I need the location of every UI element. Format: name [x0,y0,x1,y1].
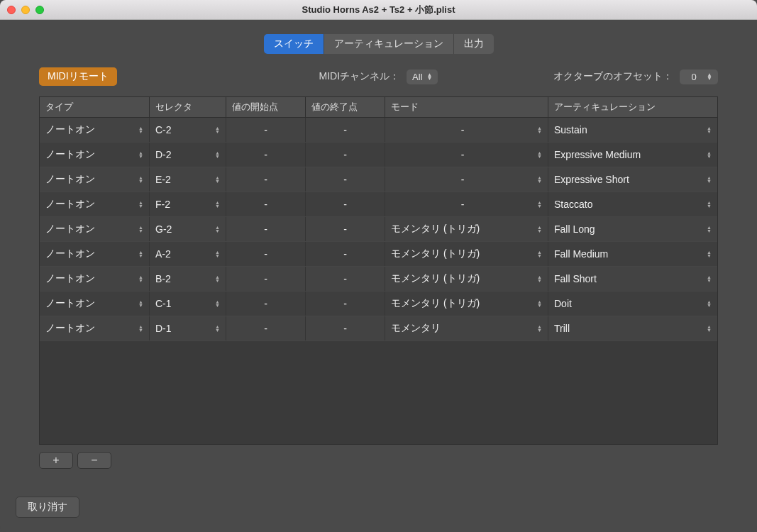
cell-articulation[interactable]: Doit▲▼ [548,292,717,316]
stepper-icon: ▲▼ [537,151,542,158]
cell-selector[interactable]: G-2▲▼ [150,217,226,241]
articulation-table: タイプ セレクタ 値の開始点 値の終了点 モード アーティキュレーション ノート… [39,96,718,445]
cell-start[interactable]: - [226,292,306,316]
table-row[interactable]: ノートオン▲▼D-1▲▼--モメンタリ▲▼Trill▲▼ [40,316,717,341]
col-selector[interactable]: セレクタ [150,97,226,117]
tab-bar: スイッチ アーティキュレーション 出力 [39,34,718,54]
cell-start[interactable]: - [226,192,306,216]
stepper-icon: ▲▼ [707,226,712,233]
cell-type[interactable]: ノートオン▲▼ [40,167,150,192]
cell-articulation[interactable]: Fall Medium▲▼ [548,242,717,266]
cell-start[interactable]: - [226,242,306,266]
cell-type[interactable]: ノートオン▲▼ [40,292,150,316]
cell-articulation[interactable]: Sustain▲▼ [548,118,717,142]
cell-end[interactable]: - [306,192,385,216]
table-row[interactable]: ノートオン▲▼D-2▲▼---▲▼Expressive Medium▲▼ [40,143,717,167]
tab-articulation[interactable]: アーティキュレーション [324,34,454,54]
stepper-icon: ▲▼ [215,151,220,158]
stepper-icon: ▲▼ [707,325,712,332]
table-row[interactable]: ノートオン▲▼C-1▲▼--モメンタリ (トリガ)▲▼Doit▲▼ [40,292,717,316]
cell-type[interactable]: ノートオン▲▼ [40,143,150,167]
add-row-button[interactable]: + [39,452,73,469]
stepper-icon: ▲▼ [707,176,712,183]
cell-mode[interactable]: モメンタリ (トリガ)▲▼ [385,217,548,241]
cell-start[interactable]: - [226,316,306,340]
cell-selector[interactable]: E-2▲▼ [150,167,226,192]
table-row[interactable]: ノートオン▲▼B-2▲▼--モメンタリ (トリガ)▲▼Fall Short▲▼ [40,267,717,292]
cell-type[interactable]: ノートオン▲▼ [40,118,150,142]
cell-mode[interactable]: -▲▼ [385,167,548,192]
cell-articulation[interactable]: Trill▲▼ [548,316,717,340]
table-row[interactable]: ノートオン▲▼F-2▲▼---▲▼Staccato▲▼ [40,192,717,217]
tab-switch[interactable]: スイッチ [264,34,324,54]
cell-mode[interactable]: モメンタリ▲▼ [385,316,548,340]
cell-start[interactable]: - [226,267,306,291]
stepper-icon: ▲▼ [215,226,220,233]
stepper-icon: ▲▼ [537,126,542,133]
col-type[interactable]: タイプ [40,97,150,117]
table-row[interactable]: ノートオン▲▼E-2▲▼---▲▼Expressive Short▲▼ [40,167,717,192]
stepper-icon: ▲▼ [138,176,143,183]
cell-start[interactable]: - [226,118,306,142]
cell-articulation[interactable]: Expressive Short▲▼ [548,167,717,192]
cell-mode[interactable]: -▲▼ [385,118,548,142]
cell-selector[interactable]: C-2▲▼ [150,118,226,142]
midi-channel-select[interactable]: All ▲▼ [407,70,438,84]
col-end[interactable]: 値の終了点 [306,97,385,117]
octave-offset-value: 0 [685,72,702,82]
cell-selector[interactable]: D-2▲▼ [150,143,226,167]
col-articulation[interactable]: アーティキュレーション [548,97,717,117]
cancel-button[interactable]: 取り消す [16,497,79,518]
cell-selector[interactable]: C-1▲▼ [150,292,226,316]
cell-articulation[interactable]: Fall Long▲▼ [548,217,717,241]
cell-type[interactable]: ノートオン▲▼ [40,316,150,340]
cell-end[interactable]: - [306,316,385,340]
window: Studio Horns As2 + Ts2 + 小節.plist スイッチ ア… [0,0,757,532]
octave-offset-select[interactable]: 0 ▲▼ [680,70,718,84]
table-row[interactable]: ノートオン▲▼G-2▲▼--モメンタリ (トリガ)▲▼Fall Long▲▼ [40,217,717,242]
cell-end[interactable]: - [306,217,385,241]
cell-articulation[interactable]: Staccato▲▼ [548,192,717,216]
cell-selector[interactable]: D-1▲▼ [150,316,226,340]
table-row[interactable]: ノートオン▲▼A-2▲▼--モメンタリ (トリガ)▲▼Fall Medium▲▼ [40,242,717,267]
tab-output[interactable]: 出力 [454,34,494,54]
midi-remote-button[interactable]: MIDIリモート [39,67,117,86]
col-start[interactable]: 値の開始点 [226,97,306,117]
cell-mode[interactable]: モメンタリ (トリガ)▲▼ [385,292,548,316]
stepper-icon: ▲▼ [138,275,143,282]
cell-end[interactable]: - [306,167,385,192]
cell-type[interactable]: ノートオン▲▼ [40,217,150,241]
cell-type[interactable]: ノートオン▲▼ [40,192,150,216]
cell-end[interactable]: - [306,267,385,291]
cell-mode[interactable]: モメンタリ (トリガ)▲▼ [385,242,548,266]
cell-end[interactable]: - [306,118,385,142]
stepper-icon: ▲▼ [537,226,542,233]
cell-mode[interactable]: -▲▼ [385,192,548,216]
cell-mode[interactable]: モメンタリ (トリガ)▲▼ [385,267,548,291]
cell-articulation[interactable]: Expressive Medium▲▼ [548,143,717,167]
cell-articulation[interactable]: Fall Short▲▼ [548,267,717,291]
cell-start[interactable]: - [226,143,306,167]
stepper-icon: ▲▼ [138,151,143,158]
table-row[interactable]: ノートオン▲▼C-2▲▼---▲▼Sustain▲▼ [40,118,717,143]
cell-type[interactable]: ノートオン▲▼ [40,267,150,291]
cell-end[interactable]: - [306,242,385,266]
cell-selector[interactable]: F-2▲▼ [150,192,226,216]
stepper-icon: ▲▼ [138,201,143,208]
cell-type[interactable]: ノートオン▲▼ [40,242,150,266]
stepper-icon: ▲▼ [215,126,220,133]
col-mode[interactable]: モード [385,97,548,117]
cell-start[interactable]: - [226,167,306,192]
cell-selector[interactable]: A-2▲▼ [150,242,226,266]
remove-row-button[interactable]: − [77,452,111,469]
titlebar: Studio Horns As2 + Ts2 + 小節.plist [0,0,757,20]
stepper-icon: ▲▼ [215,325,220,332]
cell-mode[interactable]: -▲▼ [385,143,548,167]
midi-channel-label: MIDIチャンネル： [319,70,400,83]
cell-end[interactable]: - [306,292,385,316]
cell-end[interactable]: - [306,143,385,167]
stepper-icon: ▲▼ [537,300,542,307]
cell-selector[interactable]: B-2▲▼ [150,267,226,291]
stepper-icon: ▲▼ [427,73,433,80]
cell-start[interactable]: - [226,217,306,241]
